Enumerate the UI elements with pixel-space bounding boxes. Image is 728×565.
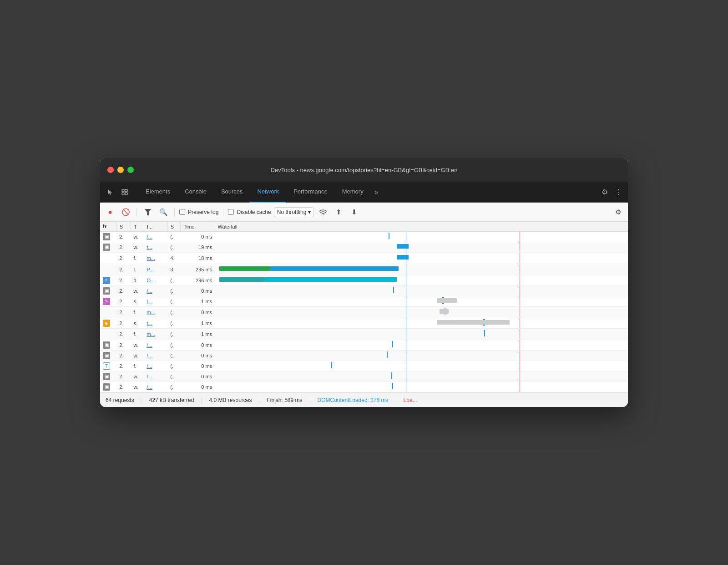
inspect-icon[interactable] — [118, 186, 131, 199]
network-toolbar: ● 🚫 🔍 Preserve log Disable cache No thro… — [100, 203, 628, 222]
row-size: (.. — [167, 296, 181, 307]
tab-memory[interactable]: Memory — [335, 182, 371, 203]
row-waterfall — [215, 382, 628, 392]
preserve-log-checkbox[interactable] — [179, 209, 185, 215]
row-size: (.. — [167, 232, 181, 242]
tab-elements[interactable]: Elements — [138, 182, 177, 203]
col-filter[interactable]: I▾ — [100, 222, 116, 232]
row-waterfall — [215, 232, 628, 242]
row-waterfall — [215, 286, 628, 296]
table-row: ▣2.w./...(..0 ms — [100, 232, 628, 242]
wifi-icon[interactable] — [317, 206, 329, 219]
disable-cache-label[interactable]: Disable cache — [228, 209, 271, 215]
maximize-button[interactable] — [127, 167, 134, 173]
main-tabs: Elements Console Sources Network Perform… — [138, 182, 599, 203]
cursor-icon[interactable] — [104, 186, 116, 199]
devtools-window: DevTools - news.google.com/topstories?hl… — [100, 158, 628, 407]
row-size: 4. — [167, 253, 181, 264]
row-initiator: t... — [144, 242, 167, 253]
network-settings-icon[interactable]: ⚙ — [612, 206, 624, 219]
tab-network[interactable]: Network — [250, 182, 287, 203]
row-type: s. — [131, 296, 144, 307]
tab-sources[interactable]: Sources — [214, 182, 250, 203]
row-icon: ◈ — [100, 318, 116, 329]
row-icon: ≡ — [100, 275, 116, 286]
resources-size: 4.0 MB resources — [202, 397, 259, 403]
svg-rect-0 — [122, 189, 124, 192]
row-waterfall — [215, 275, 628, 286]
table-row: 2.f.m...(..0 ms — [100, 307, 628, 318]
row-icon: ▣ — [100, 382, 116, 392]
row-type: w. — [131, 286, 144, 296]
row-type: w. — [131, 340, 144, 351]
col-size[interactable]: S — [167, 222, 181, 232]
row-status: 2. — [116, 307, 131, 318]
table-row: 2.f.m...4.18 ms — [100, 253, 628, 264]
row-time: 19 ms — [181, 242, 215, 253]
traffic-lights — [107, 167, 134, 173]
row-initiator: /... — [144, 361, 167, 372]
download-icon[interactable]: ⬇ — [348, 206, 360, 219]
more-tabs-button[interactable]: » — [371, 188, 382, 196]
row-waterfall — [215, 329, 628, 340]
row-type: w. — [131, 351, 144, 361]
record-button[interactable]: ● — [104, 206, 116, 219]
svg-rect-1 — [125, 189, 127, 192]
row-size: (.. — [167, 382, 181, 392]
more-options-icon[interactable]: ⋮ — [612, 186, 624, 198]
row-waterfall — [215, 340, 628, 351]
tabs-bar: Elements Console Sources Network Perform… — [100, 182, 628, 203]
tab-icons — [104, 186, 131, 199]
row-time: 295 ms — [181, 264, 215, 275]
row-status: 2. — [116, 340, 131, 351]
minimize-button[interactable] — [117, 167, 124, 173]
row-icon: ▣ — [100, 242, 116, 253]
row-type: s. — [131, 318, 144, 329]
row-time: 0 ms — [181, 307, 215, 318]
row-type: d. — [131, 275, 144, 286]
clear-button[interactable]: 🚫 — [119, 206, 132, 219]
status-bar: 64 requests 427 kB transferred 4.0 MB re… — [100, 392, 628, 407]
load-time: Loa... — [396, 397, 425, 403]
col-type[interactable]: T — [131, 222, 144, 232]
network-table: I▾ S T I... S Time Waterfall ▣2.w./...(.… — [100, 222, 628, 392]
row-icon: ▣ — [100, 286, 116, 296]
row-waterfall — [215, 318, 628, 329]
col-status[interactable]: S — [116, 222, 131, 232]
row-size: (.. — [167, 329, 181, 340]
row-waterfall — [215, 351, 628, 361]
throttle-select[interactable]: No throttling ▾ — [274, 207, 314, 217]
search-icon[interactable]: 🔍 — [157, 206, 170, 219]
tab-actions: ⚙ ⋮ — [599, 186, 624, 198]
disable-cache-checkbox[interactable] — [228, 209, 234, 215]
row-size: (.. — [167, 318, 181, 329]
window-title: DevTools - news.google.com/topstories?hl… — [271, 167, 458, 173]
row-size: (.. — [167, 286, 181, 296]
filter-icon[interactable] — [142, 206, 154, 219]
close-button[interactable] — [107, 167, 114, 173]
row-size: (.. — [167, 372, 181, 382]
col-initiator[interactable]: I... — [144, 222, 167, 232]
row-size: 3. — [167, 264, 181, 275]
settings-gear-icon[interactable]: ⚙ — [599, 186, 611, 198]
row-type: t. — [131, 264, 144, 275]
row-type: w. — [131, 382, 144, 392]
table-header-row: I▾ S T I... S Time Waterfall — [100, 222, 628, 232]
preserve-log-label[interactable]: Preserve log — [179, 209, 218, 215]
row-icon: ▣ — [100, 232, 116, 242]
row-initiator: t... — [144, 318, 167, 329]
row-initiator: P... — [144, 264, 167, 275]
upload-icon[interactable]: ⬆ — [332, 206, 345, 219]
tab-console[interactable]: Console — [177, 182, 214, 203]
row-size: (.. — [167, 242, 181, 253]
col-time[interactable]: Time — [181, 222, 215, 232]
row-time: 0 ms — [181, 232, 215, 242]
titlebar: DevTools - news.google.com/topstories?hl… — [100, 158, 628, 182]
col-waterfall[interactable]: Waterfall — [215, 222, 628, 232]
tab-performance[interactable]: Performance — [286, 182, 334, 203]
row-type: f. — [131, 307, 144, 318]
row-status: 2. — [116, 329, 131, 340]
table-row: ◈2.s.t...(..1 ms — [100, 318, 628, 329]
throttle-dropdown-arrow: ▾ — [308, 209, 311, 215]
row-size: (.. — [167, 351, 181, 361]
